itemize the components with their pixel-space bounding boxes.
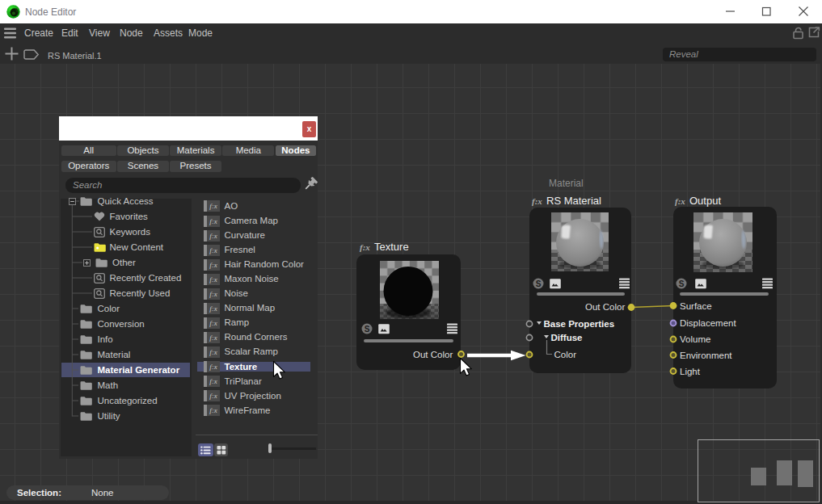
svg-text:S: S [678,279,684,288]
svg-text:S: S [535,279,541,288]
svg-text:S: S [364,325,369,334]
